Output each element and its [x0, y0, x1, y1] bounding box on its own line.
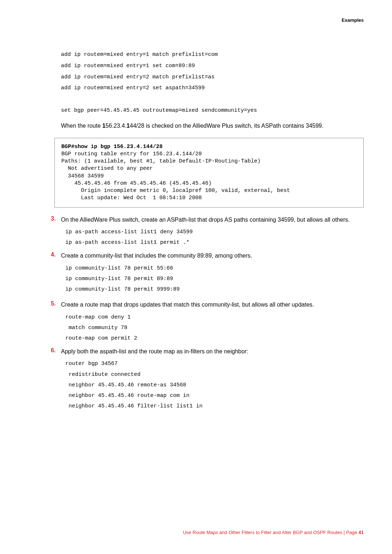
step-code: ip community-list 78 permit 55:66 ip com… [65, 263, 364, 295]
intro-text-3: 44/28 is checked on the AlliedWare Plus … [130, 123, 323, 129]
footer-page-number: 41 [359, 530, 364, 535]
step-text: Create a route map that drops updates th… [61, 301, 314, 308]
step-code: router bgp 34567 redistribute connected … [65, 358, 364, 411]
intro-text-1: When the route [61, 123, 102, 129]
step-number: 6. [51, 347, 56, 354]
footer: Use Route Maps and Other Filters to Filt… [183, 530, 364, 535]
intro-paragraph: When the route 156.23.4.144/28 is checke… [61, 122, 364, 130]
terminal-output-box: BGP#show ip bgp 156.23.4.144/28 BGP rout… [54, 138, 364, 208]
step-number: 4. [51, 251, 56, 258]
terminal-command: BGP#show ip bgp 156.23.4.144/28 [61, 144, 163, 150]
step-3: 3. On the AlliedWare Plus switch, create… [51, 216, 364, 248]
step-code: route-map com deny 1 match community 78 … [65, 312, 364, 344]
terminal-output: BGP#show ip bgp 156.23.4.144/28 BGP rout… [61, 143, 357, 202]
step-4: 4. Create a community-list that includes… [51, 251, 364, 295]
step-text: Apply both the aspath-list and the route… [61, 348, 248, 354]
steps-list: 3. On the AlliedWare Plus switch, create… [51, 216, 364, 412]
intro-text-2: 56.23.4. [106, 123, 127, 129]
header-section: Examples [342, 17, 364, 23]
terminal-response: BGP routing table entry for 156.23.4.144… [61, 151, 290, 201]
intro-code-block: add ip routem=mixed entry=1 match prefix… [61, 49, 364, 116]
footer-title: Use Route Maps and Other Filters to Filt… [183, 530, 359, 535]
main-content: add ip routem=mixed entry=1 match prefix… [61, 49, 364, 412]
step-number: 3. [51, 216, 56, 222]
step-text: Create a community-list that includes th… [61, 253, 252, 259]
step-6: 6. Apply both the aspath-list and the ro… [51, 347, 364, 411]
step-code: ip as-path access-list list1 deny 34599 … [65, 227, 364, 248]
step-number: 5. [51, 300, 56, 307]
step-5: 5. Create a route map that drops updates… [51, 300, 364, 344]
step-text: On the AlliedWare Plus switch, create an… [61, 217, 350, 223]
intro-bold-1: 1 [102, 123, 106, 129]
